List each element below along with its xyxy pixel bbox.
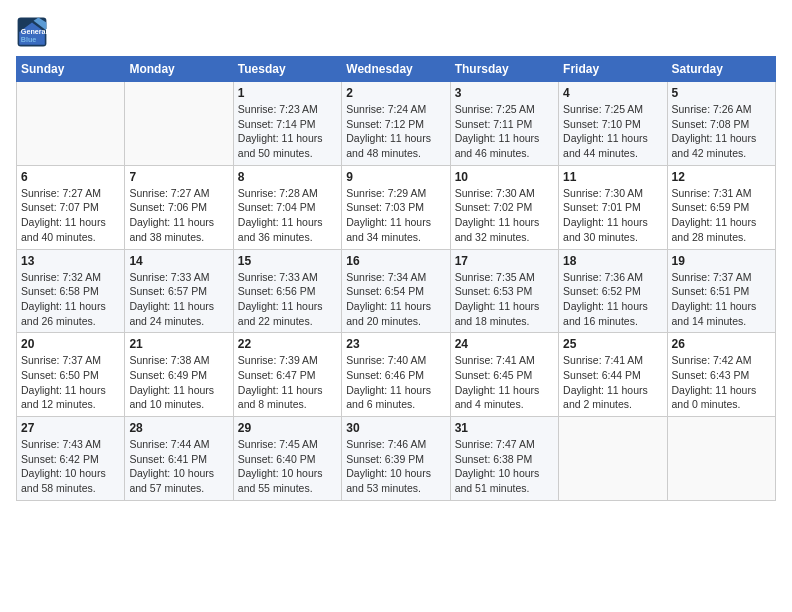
calendar-table: SundayMondayTuesdayWednesdayThursdayFrid…: [16, 56, 776, 501]
day-number: 5: [672, 86, 771, 100]
day-number: 23: [346, 337, 445, 351]
day-info: Sunrise: 7:30 AM Sunset: 7:02 PM Dayligh…: [455, 186, 554, 245]
day-info: Sunrise: 7:37 AM Sunset: 6:50 PM Dayligh…: [21, 353, 120, 412]
day-number: 19: [672, 254, 771, 268]
col-header-wednesday: Wednesday: [342, 57, 450, 82]
day-info: Sunrise: 7:40 AM Sunset: 6:46 PM Dayligh…: [346, 353, 445, 412]
day-number: 30: [346, 421, 445, 435]
day-number: 13: [21, 254, 120, 268]
day-info: Sunrise: 7:46 AM Sunset: 6:39 PM Dayligh…: [346, 437, 445, 496]
day-number: 27: [21, 421, 120, 435]
calendar-week-3: 13Sunrise: 7:32 AM Sunset: 6:58 PM Dayli…: [17, 249, 776, 333]
col-header-monday: Monday: [125, 57, 233, 82]
calendar-week-1: 1Sunrise: 7:23 AM Sunset: 7:14 PM Daylig…: [17, 82, 776, 166]
day-info: Sunrise: 7:34 AM Sunset: 6:54 PM Dayligh…: [346, 270, 445, 329]
day-number: 17: [455, 254, 554, 268]
day-number: 18: [563, 254, 662, 268]
calendar-cell: 15Sunrise: 7:33 AM Sunset: 6:56 PM Dayli…: [233, 249, 341, 333]
day-number: 8: [238, 170, 337, 184]
day-info: Sunrise: 7:37 AM Sunset: 6:51 PM Dayligh…: [672, 270, 771, 329]
day-number: 14: [129, 254, 228, 268]
col-header-tuesday: Tuesday: [233, 57, 341, 82]
day-number: 31: [455, 421, 554, 435]
col-header-friday: Friday: [559, 57, 667, 82]
day-number: 22: [238, 337, 337, 351]
day-number: 10: [455, 170, 554, 184]
day-info: Sunrise: 7:31 AM Sunset: 6:59 PM Dayligh…: [672, 186, 771, 245]
day-number: 25: [563, 337, 662, 351]
day-info: Sunrise: 7:43 AM Sunset: 6:42 PM Dayligh…: [21, 437, 120, 496]
calendar-week-2: 6Sunrise: 7:27 AM Sunset: 7:07 PM Daylig…: [17, 165, 776, 249]
calendar-cell: 9Sunrise: 7:29 AM Sunset: 7:03 PM Daylig…: [342, 165, 450, 249]
col-header-sunday: Sunday: [17, 57, 125, 82]
calendar-cell: 27Sunrise: 7:43 AM Sunset: 6:42 PM Dayli…: [17, 417, 125, 501]
col-header-thursday: Thursday: [450, 57, 558, 82]
day-number: 1: [238, 86, 337, 100]
day-info: Sunrise: 7:33 AM Sunset: 6:57 PM Dayligh…: [129, 270, 228, 329]
calendar-cell: 30Sunrise: 7:46 AM Sunset: 6:39 PM Dayli…: [342, 417, 450, 501]
day-number: 2: [346, 86, 445, 100]
day-info: Sunrise: 7:41 AM Sunset: 6:45 PM Dayligh…: [455, 353, 554, 412]
calendar-cell: 3Sunrise: 7:25 AM Sunset: 7:11 PM Daylig…: [450, 82, 558, 166]
calendar-cell: 5Sunrise: 7:26 AM Sunset: 7:08 PM Daylig…: [667, 82, 775, 166]
day-info: Sunrise: 7:24 AM Sunset: 7:12 PM Dayligh…: [346, 102, 445, 161]
calendar-cell: 6Sunrise: 7:27 AM Sunset: 7:07 PM Daylig…: [17, 165, 125, 249]
day-info: Sunrise: 7:36 AM Sunset: 6:52 PM Dayligh…: [563, 270, 662, 329]
calendar-week-4: 20Sunrise: 7:37 AM Sunset: 6:50 PM Dayli…: [17, 333, 776, 417]
day-number: 28: [129, 421, 228, 435]
day-number: 4: [563, 86, 662, 100]
svg-text:Blue: Blue: [21, 35, 37, 44]
day-number: 21: [129, 337, 228, 351]
calendar-cell: 11Sunrise: 7:30 AM Sunset: 7:01 PM Dayli…: [559, 165, 667, 249]
calendar-cell: 2Sunrise: 7:24 AM Sunset: 7:12 PM Daylig…: [342, 82, 450, 166]
day-info: Sunrise: 7:23 AM Sunset: 7:14 PM Dayligh…: [238, 102, 337, 161]
calendar-cell: 12Sunrise: 7:31 AM Sunset: 6:59 PM Dayli…: [667, 165, 775, 249]
day-number: 15: [238, 254, 337, 268]
day-number: 7: [129, 170, 228, 184]
day-number: 6: [21, 170, 120, 184]
calendar-cell: 25Sunrise: 7:41 AM Sunset: 6:44 PM Dayli…: [559, 333, 667, 417]
day-info: Sunrise: 7:26 AM Sunset: 7:08 PM Dayligh…: [672, 102, 771, 161]
day-info: Sunrise: 7:38 AM Sunset: 6:49 PM Dayligh…: [129, 353, 228, 412]
calendar-cell: 31Sunrise: 7:47 AM Sunset: 6:38 PM Dayli…: [450, 417, 558, 501]
day-number: 29: [238, 421, 337, 435]
day-info: Sunrise: 7:45 AM Sunset: 6:40 PM Dayligh…: [238, 437, 337, 496]
day-info: Sunrise: 7:28 AM Sunset: 7:04 PM Dayligh…: [238, 186, 337, 245]
calendar-cell: 17Sunrise: 7:35 AM Sunset: 6:53 PM Dayli…: [450, 249, 558, 333]
day-info: Sunrise: 7:39 AM Sunset: 6:47 PM Dayligh…: [238, 353, 337, 412]
day-info: Sunrise: 7:44 AM Sunset: 6:41 PM Dayligh…: [129, 437, 228, 496]
calendar-cell: 26Sunrise: 7:42 AM Sunset: 6:43 PM Dayli…: [667, 333, 775, 417]
day-number: 26: [672, 337, 771, 351]
day-info: Sunrise: 7:35 AM Sunset: 6:53 PM Dayligh…: [455, 270, 554, 329]
day-number: 11: [563, 170, 662, 184]
day-info: Sunrise: 7:42 AM Sunset: 6:43 PM Dayligh…: [672, 353, 771, 412]
calendar-cell: 10Sunrise: 7:30 AM Sunset: 7:02 PM Dayli…: [450, 165, 558, 249]
calendar-cell: [559, 417, 667, 501]
calendar-cell: 14Sunrise: 7:33 AM Sunset: 6:57 PM Dayli…: [125, 249, 233, 333]
day-number: 9: [346, 170, 445, 184]
logo-icon: General Blue: [16, 16, 48, 48]
calendar-cell: 4Sunrise: 7:25 AM Sunset: 7:10 PM Daylig…: [559, 82, 667, 166]
logo: General Blue: [16, 16, 52, 48]
day-number: 3: [455, 86, 554, 100]
day-info: Sunrise: 7:33 AM Sunset: 6:56 PM Dayligh…: [238, 270, 337, 329]
calendar-cell: [17, 82, 125, 166]
day-info: Sunrise: 7:47 AM Sunset: 6:38 PM Dayligh…: [455, 437, 554, 496]
calendar-cell: 1Sunrise: 7:23 AM Sunset: 7:14 PM Daylig…: [233, 82, 341, 166]
calendar-cell: 21Sunrise: 7:38 AM Sunset: 6:49 PM Dayli…: [125, 333, 233, 417]
calendar-cell: 29Sunrise: 7:45 AM Sunset: 6:40 PM Dayli…: [233, 417, 341, 501]
page-header: General Blue: [16, 16, 776, 48]
day-info: Sunrise: 7:25 AM Sunset: 7:10 PM Dayligh…: [563, 102, 662, 161]
calendar-cell: 24Sunrise: 7:41 AM Sunset: 6:45 PM Dayli…: [450, 333, 558, 417]
calendar-cell: 23Sunrise: 7:40 AM Sunset: 6:46 PM Dayli…: [342, 333, 450, 417]
calendar-header: SundayMondayTuesdayWednesdayThursdayFrid…: [17, 57, 776, 82]
day-info: Sunrise: 7:25 AM Sunset: 7:11 PM Dayligh…: [455, 102, 554, 161]
calendar-cell: 22Sunrise: 7:39 AM Sunset: 6:47 PM Dayli…: [233, 333, 341, 417]
day-number: 12: [672, 170, 771, 184]
day-number: 16: [346, 254, 445, 268]
day-info: Sunrise: 7:27 AM Sunset: 7:06 PM Dayligh…: [129, 186, 228, 245]
calendar-cell: 18Sunrise: 7:36 AM Sunset: 6:52 PM Dayli…: [559, 249, 667, 333]
day-info: Sunrise: 7:32 AM Sunset: 6:58 PM Dayligh…: [21, 270, 120, 329]
calendar-cell: 20Sunrise: 7:37 AM Sunset: 6:50 PM Dayli…: [17, 333, 125, 417]
calendar-week-5: 27Sunrise: 7:43 AM Sunset: 6:42 PM Dayli…: [17, 417, 776, 501]
